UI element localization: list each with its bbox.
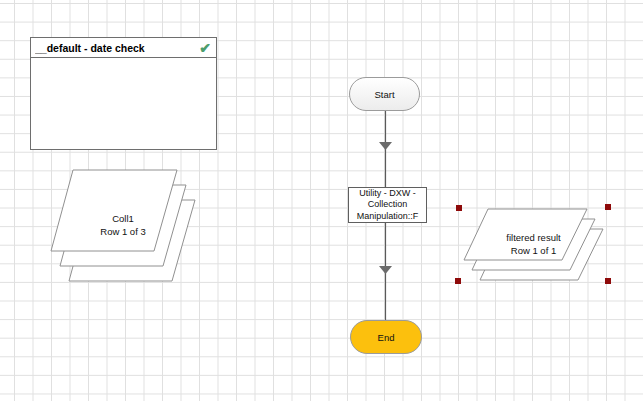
page-info-panel-header: __default - date check ✔ xyxy=(31,38,216,58)
selection-handle-bottom-left[interactable] xyxy=(455,278,461,284)
action-stage-label-line1: Utility - DXW - xyxy=(359,188,416,200)
selection-handle-top-right[interactable] xyxy=(605,204,611,210)
link-action-to-end[interactable] xyxy=(379,223,392,320)
page-title: __default - date check xyxy=(35,42,199,54)
action-stage-label-line2: Collection xyxy=(368,199,408,211)
collection-name: Coll1 xyxy=(112,213,134,226)
validation-check-icon: ✔ xyxy=(199,41,211,55)
end-stage-label: End xyxy=(378,332,395,343)
start-stage[interactable]: Start xyxy=(349,77,420,111)
selection-handle-bottom-right[interactable] xyxy=(605,278,611,284)
process-diagram-canvas[interactable]: __default - date check ✔ Coll1 Row 1 of … xyxy=(0,0,643,401)
collection-stage-coll1[interactable]: Coll1 Row 1 of 3 xyxy=(51,170,195,281)
arrowhead-down-icon xyxy=(379,142,392,150)
end-stage[interactable]: End xyxy=(350,320,422,354)
collection-name: filtered result xyxy=(506,232,560,245)
page-info-panel[interactable]: __default - date check ✔ xyxy=(30,37,217,150)
collection-stage-filtered[interactable]: filtered result Row 1 of 1 xyxy=(464,209,603,280)
selection-handle-top-left[interactable] xyxy=(456,205,462,211)
collection-row-status: Row 1 of 1 xyxy=(511,245,556,258)
action-stage[interactable]: Utility - DXW - Collection Manipulation:… xyxy=(348,187,427,223)
action-stage-label-line3: Manipulation::F xyxy=(357,211,419,223)
collection-row-status: Row 1 of 3 xyxy=(100,226,145,239)
arrowhead-down-icon xyxy=(379,266,392,274)
start-stage-label: Start xyxy=(374,89,394,100)
link-start-to-action[interactable] xyxy=(379,111,392,187)
